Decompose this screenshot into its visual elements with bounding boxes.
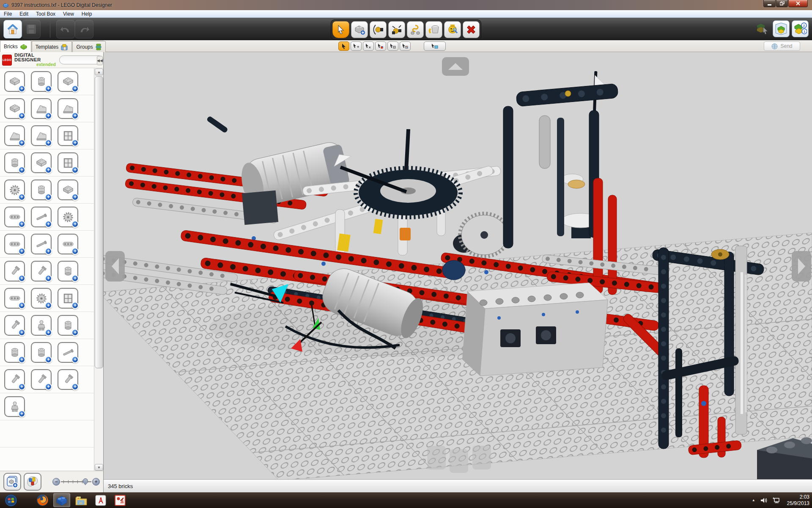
palette-tile-minifigure[interactable]: +: [31, 315, 52, 336]
add-brick-badge[interactable]: +: [18, 193, 25, 201]
select-tool-button[interactable]: [332, 21, 349, 38]
add-brick-badge[interactable]: +: [45, 275, 52, 282]
select-brick-button[interactable]: [424, 41, 446, 51]
tab-bricks[interactable]: Bricks: [0, 40, 31, 52]
add-brick-badge[interactable]: +: [45, 85, 52, 92]
palette-tile-curved-slope[interactable]: +: [31, 125, 52, 146]
palette-tile-horn[interactable]: +: [4, 315, 25, 336]
add-brick-badge[interactable]: +: [18, 221, 25, 228]
add-brick-badge[interactable]: +: [45, 112, 52, 119]
rotate-left-button[interactable]: [105, 251, 125, 282]
start-button[interactable]: [3, 493, 19, 507]
add-brick-badge[interactable]: +: [18, 302, 25, 309]
collapse-sidebar-button[interactable]: ◀◀: [97, 56, 103, 65]
palette-tile-wrench-tool[interactable]: +: [4, 261, 25, 282]
palette-tile-flat-beam[interactable]: +: [58, 234, 78, 254]
palette-tile-socket-joint[interactable]: +: [4, 369, 25, 390]
add-brick-badge[interactable]: +: [71, 356, 79, 363]
scroll-up-button[interactable]: ▲: [95, 69, 103, 75]
hide-tool-button[interactable]: [444, 21, 461, 38]
add-brick-badge[interactable]: +: [45, 166, 52, 174]
add-brick-badge[interactable]: +: [45, 383, 52, 390]
build-canvas[interactable]: [104, 52, 812, 479]
palette-tile-technic-pin[interactable]: +: [31, 234, 52, 254]
scrollbar-thumb[interactable]: [95, 76, 103, 368]
palette-tile-gear-wheel[interactable]: +: [4, 179, 25, 200]
palette-tile-door-frame[interactable]: +: [58, 125, 78, 146]
home-button[interactable]: [3, 20, 22, 39]
scroll-down-button[interactable]: ▼: [95, 464, 103, 471]
add-brick-badge[interactable]: +: [18, 112, 25, 119]
add-brick-badge[interactable]: +: [71, 112, 79, 119]
palette-tile-steering-wheel[interactable]: +: [31, 288, 52, 309]
add-brick-badge[interactable]: +: [45, 302, 52, 309]
delete-tool-button[interactable]: [463, 21, 480, 38]
add-brick-badge[interactable]: +: [45, 329, 52, 336]
maximize-button[interactable]: [776, 0, 788, 7]
palette-tile-lever[interactable]: +: [31, 261, 52, 282]
palette-tile-curved-beam[interactable]: +: [4, 234, 25, 254]
palette-scrollbar[interactable]: ▲ ▼: [94, 68, 103, 471]
model-scene[interactable]: [104, 52, 812, 479]
add-brick-badge[interactable]: +: [45, 139, 52, 146]
build-mode-button[interactable]: [754, 20, 771, 37]
palette-tile-angular-beam[interactable]: +: [4, 288, 25, 309]
add-brick-badge[interactable]: +: [71, 193, 79, 201]
palette-zoom-slider[interactable]: − +: [52, 477, 100, 486]
palette-tile-technic-beam[interactable]: +: [4, 207, 25, 227]
add-brick-badge[interactable]: +: [18, 410, 25, 417]
speaker-icon[interactable]: [760, 497, 768, 503]
palette-tile-hook-ring[interactable]: +: [58, 261, 78, 282]
palette-tile-minifig-head[interactable]: +: [58, 315, 78, 336]
palette-tile-brick-2x3[interactable]: +: [4, 71, 25, 92]
undo-button[interactable]: [56, 20, 75, 39]
tab-templates[interactable]: Templates: [32, 41, 72, 52]
menu-help[interactable]: Help: [78, 10, 96, 17]
menu-view[interactable]: View: [59, 10, 78, 17]
add-brick-badge[interactable]: +: [45, 356, 52, 363]
add-brick-badge[interactable]: +: [18, 275, 25, 282]
building-guide-mode-button[interactable]: 21: [792, 20, 809, 37]
palette-tile-brick-headlight[interactable]: +: [58, 71, 78, 92]
add-brick-badge[interactable]: +: [18, 85, 25, 92]
add-brick-badge[interactable]: +: [71, 248, 79, 255]
taskbar-adobe-reader[interactable]: [92, 493, 109, 507]
select-single-button[interactable]: [338, 41, 349, 51]
hidden-icons-button[interactable]: ▲: [752, 498, 755, 502]
add-brick-badge[interactable]: +: [71, 275, 79, 282]
minimize-button[interactable]: [763, 0, 776, 7]
rotate-up-button[interactable]: [442, 57, 469, 76]
taskbar-windows-explorer[interactable]: [73, 493, 90, 507]
select-connected-button[interactable]: [400, 41, 411, 51]
taskbar-picture-manager[interactable]: [112, 493, 129, 507]
palette-tile-brick-round[interactable]: +: [31, 71, 52, 92]
add-brick-badge[interactable]: +: [18, 139, 25, 146]
add-brick-badge[interactable]: +: [71, 302, 79, 309]
add-brick-badge[interactable]: +: [45, 248, 52, 255]
add-brick-badge[interactable]: +: [45, 221, 52, 228]
hinge-tool-button[interactable]: [370, 21, 387, 38]
palette-tile-slope-2x2[interactable]: +: [31, 98, 52, 119]
zoom-out-button[interactable]: −: [52, 478, 60, 486]
zoom-slider-thumb[interactable]: [83, 478, 88, 485]
menu-edit[interactable]: Edit: [16, 10, 32, 17]
taskbar-firefox[interactable]: [34, 493, 51, 507]
tab-groups[interactable]: Groups: [72, 41, 105, 52]
add-brick-badge[interactable]: +: [71, 221, 79, 228]
palette-tile-brick-1x4-side-studs[interactable]: +: [4, 98, 25, 119]
palette-tile-animal-dog[interactable]: +: [4, 396, 25, 417]
select-add-button[interactable]: +: [351, 41, 362, 51]
palette-tile-technic-axle[interactable]: +: [31, 207, 52, 227]
paint-tool-button[interactable]: [425, 21, 442, 38]
add-brick-badge[interactable]: +: [71, 383, 79, 390]
save-button[interactable]: [22, 20, 41, 39]
add-brick-badge[interactable]: +: [71, 85, 79, 92]
palette-tile-lattice-panel[interactable]: +: [58, 288, 78, 309]
view-mode-button[interactable]: [773, 20, 790, 37]
add-brick-badge[interactable]: +: [71, 139, 79, 146]
close-button[interactable]: [788, 0, 808, 7]
palette-tile-slope-inverted[interactable]: +: [58, 98, 78, 119]
add-brick-badge[interactable]: +: [71, 166, 79, 174]
clock[interactable]: 2:03 25/9/2013: [787, 494, 809, 507]
hinge-align-tool-button[interactable]: [388, 21, 405, 38]
